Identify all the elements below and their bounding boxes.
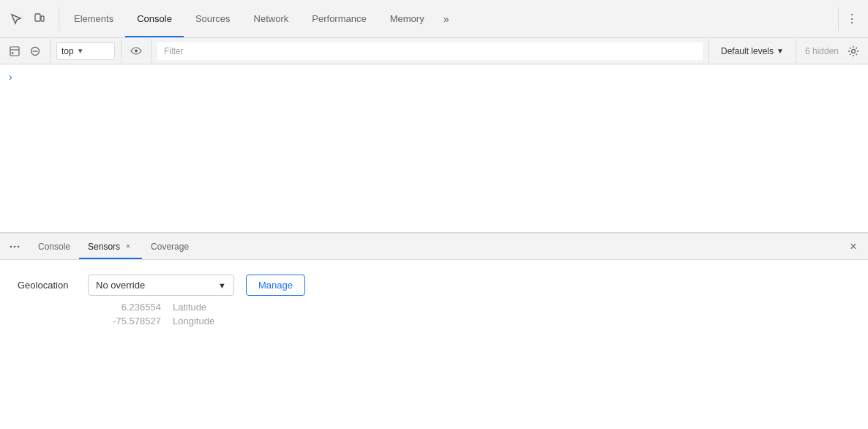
- svg-point-10: [14, 245, 16, 247]
- toolbar-divider-1: [59, 7, 59, 31]
- longitude-value: -75.578527: [88, 316, 161, 327]
- console-toggle-button[interactable]: [6, 42, 23, 60]
- latitude-value: 6.236554: [88, 302, 161, 313]
- toolbar-icon-group: [6, 9, 50, 29]
- svg-point-11: [18, 245, 20, 247]
- hidden-count-label: 6 hidden: [805, 46, 839, 56]
- no-entry-icon: [30, 46, 40, 56]
- tab-performance[interactable]: Performance: [300, 0, 378, 37]
- toolbar-divider-2: [838, 7, 839, 31]
- svg-point-7: [135, 50, 138, 53]
- longitude-label: Longitude: [173, 316, 214, 327]
- svg-rect-2: [10, 47, 19, 56]
- second-toolbar-divider: [50, 40, 50, 63]
- eye-icon: [130, 47, 142, 55]
- second-toolbar-divider-4: [708, 40, 709, 63]
- filter-input[interactable]: [164, 46, 696, 56]
- settings-button[interactable]: [845, 42, 862, 60]
- geolocation-row: Geolocation No override ▼ Manage: [18, 275, 850, 296]
- longitude-row: -75.578527 Longitude: [88, 316, 850, 327]
- bottom-panel-more-button[interactable]: [6, 238, 23, 255]
- tab-memory[interactable]: Memory: [378, 0, 436, 37]
- console-main-area: ›: [0, 64, 868, 233]
- bottom-tab-sensors-label: Sensors: [88, 242, 120, 252]
- bottom-tab-console[interactable]: Console: [29, 234, 79, 259]
- latitude-row: 6.236554 Latitude: [88, 302, 850, 313]
- svg-point-8: [852, 49, 856, 53]
- device-icon: [34, 13, 45, 25]
- cursor-icon: [10, 13, 22, 25]
- options-button[interactable]: ⋮: [842, 9, 862, 29]
- options-icon: ⋮: [846, 12, 858, 26]
- second-toolbar: top ▼ Default levels ▼ 6 hidden: [0, 38, 868, 64]
- tab-network[interactable]: Network: [242, 0, 301, 37]
- bottom-tabs-bar: Console Sensors × Coverage ×: [0, 234, 868, 260]
- bottom-tab-coverage-label: Coverage: [151, 242, 189, 252]
- default-levels-label: Default levels: [721, 46, 774, 56]
- device-icon-button[interactable]: [29, 9, 50, 29]
- main-nav-tabs: Elements Console Sources Network Perform…: [62, 0, 835, 37]
- geolocation-select-arrow-icon: ▼: [218, 281, 226, 290]
- coordinates-area: 6.236554 Latitude -75.578527 Longitude: [88, 302, 850, 327]
- levels-arrow-icon: ▼: [777, 47, 784, 55]
- console-sidebar-icon: [10, 46, 20, 56]
- svg-rect-0: [35, 14, 40, 21]
- console-chevron[interactable]: ›: [9, 72, 12, 82]
- svg-rect-1: [41, 16, 44, 21]
- geolocation-select[interactable]: No override ▼: [88, 275, 234, 296]
- sensors-content: Geolocation No override ▼ Manage 6.23655…: [0, 260, 868, 344]
- geolocation-label: Geolocation: [18, 280, 76, 291]
- svg-marker-4: [12, 51, 14, 54]
- close-icon: ×: [850, 240, 856, 253]
- svg-point-9: [10, 245, 12, 247]
- cursor-icon-button[interactable]: [6, 9, 26, 29]
- second-toolbar-divider-5: [796, 40, 796, 63]
- manage-button[interactable]: Manage: [246, 275, 305, 296]
- latitude-label: Latitude: [173, 302, 206, 313]
- geolocation-select-value: No override: [96, 280, 212, 291]
- bottom-tab-coverage[interactable]: Coverage: [142, 234, 198, 259]
- default-levels-button[interactable]: Default levels ▼: [715, 42, 790, 60]
- tab-sources[interactable]: Sources: [184, 0, 242, 37]
- right-icons-group: ⋮: [842, 9, 862, 29]
- bottom-panel: Console Sensors × Coverage × Geolocation…: [0, 233, 868, 344]
- clear-console-button[interactable]: [26, 42, 44, 60]
- bottom-tab-console-label: Console: [38, 242, 70, 252]
- top-toolbar: Elements Console Sources Network Perform…: [0, 0, 868, 38]
- context-selector[interactable]: top ▼: [56, 42, 115, 60]
- gear-icon: [848, 45, 859, 57]
- three-dots-icon: [10, 242, 20, 252]
- context-select-arrow-icon: ▼: [77, 47, 84, 55]
- second-toolbar-divider-3: [151, 40, 151, 63]
- second-toolbar-divider-2: [121, 40, 121, 63]
- bottom-tab-sensors[interactable]: Sensors ×: [79, 234, 142, 259]
- tab-console[interactable]: Console: [125, 0, 184, 37]
- more-tabs-button[interactable]: »: [436, 9, 457, 29]
- sensors-tab-close-button[interactable]: ×: [123, 242, 133, 252]
- tab-elements[interactable]: Elements: [62, 0, 125, 37]
- eye-icon-button[interactable]: [127, 42, 145, 60]
- context-select-value: top: [61, 46, 74, 56]
- filter-input-wrap: [157, 42, 703, 60]
- bottom-panel-close-button[interactable]: ×: [845, 238, 862, 255]
